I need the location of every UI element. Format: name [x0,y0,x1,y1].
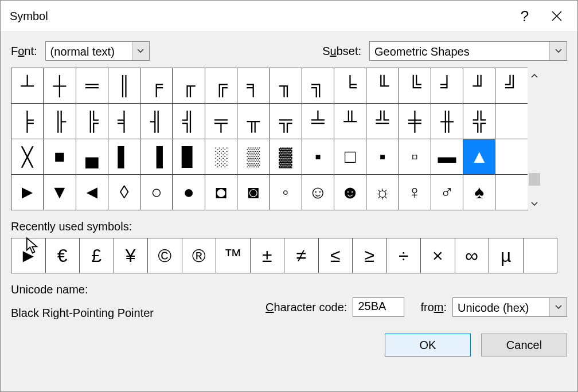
chevron-down-icon [549,298,567,316]
symbol-cell[interactable]: ┼ [43,68,76,104]
symbol-cell[interactable]: ♀ [399,174,431,210]
symbol-cell[interactable]: ◙ [237,174,270,210]
symbol-cell[interactable]: ╩ [366,103,399,139]
symbol-cell[interactable]: ◘ [205,174,237,210]
symbol-cell[interactable]: ╜ [463,68,495,104]
symbol-cell[interactable]: ╛ [431,68,463,104]
recent-cell[interactable]: ≤ [318,238,353,273]
symbol-cell[interactable]: ╞ [11,103,44,139]
recent-cell[interactable] [523,238,558,273]
symbol-cell[interactable]: ♠ [463,174,495,210]
recent-cell[interactable]: ™ [216,238,251,273]
symbol-cell[interactable]: ▪ [302,139,334,175]
chevron-down-icon [549,42,567,60]
chevron-down-icon [132,42,149,60]
symbol-cell[interactable]: ▐ [140,139,173,175]
symbol-cell[interactable]: ▲ [463,139,495,175]
symbol-cell[interactable]: ╝ [495,68,528,104]
symbol-cell[interactable]: ▓ [269,139,302,175]
charcode-label: Character code: [265,301,347,314]
symbol-cell[interactable]: ▊ [172,139,205,175]
symbol-cell[interactable]: ░ [205,139,237,175]
symbol-cell[interactable]: ╨ [334,103,366,139]
recent-cell[interactable]: © [147,238,182,273]
subset-dropdown-value: Geometric Shapes [370,42,549,60]
symbol-cell[interactable]: ◄ [76,174,108,210]
scrollbar[interactable] [528,68,541,210]
close-button[interactable] [541,3,573,29]
from-dropdown[interactable]: Unicode (hex) [452,297,567,317]
subset-dropdown[interactable]: Geometric Shapes [369,41,567,61]
symbol-cell[interactable]: ╕ [237,68,270,104]
symbol-cell[interactable]: ◦ [269,174,302,210]
symbol-cell[interactable]: ▬ [431,139,463,175]
symbol-cell[interactable]: ╬ [463,103,495,139]
unicode-name-label: Unicode name: [11,283,154,296]
symbol-cell[interactable]: ═ [76,68,108,104]
symbol-cell[interactable]: ► [11,174,44,210]
symbol-cell[interactable]: ╢ [140,103,173,139]
symbol-cell[interactable]: ☺ [302,174,334,210]
recent-cell[interactable]: × [420,238,455,273]
scroll-down-icon[interactable] [528,198,541,210]
font-dropdown[interactable]: (normal text) [45,41,150,61]
cancel-button[interactable]: Cancel [481,334,567,356]
symbol-cell[interactable]: ╥ [237,103,270,139]
symbol-cell[interactable]: ▄ [76,139,108,175]
symbol-cell[interactable]: ○ [140,174,173,210]
symbol-cell[interactable]: ╪ [399,103,431,139]
symbol-cell[interactable]: ╧ [302,103,334,139]
symbol-cell[interactable]: ☻ [334,174,366,210]
recent-cell[interactable]: ≥ [352,238,387,273]
symbol-cell[interactable]: ╔ [205,68,237,104]
recent-cell[interactable]: £ [79,238,114,273]
symbol-cell[interactable]: ╘ [334,68,366,104]
recent-cell[interactable]: ® [182,238,217,273]
recent-cell[interactable]: ≠ [284,238,319,273]
symbol-cell[interactable]: ╓ [172,68,205,104]
symbol-cell[interactable]: ╒ [140,68,173,104]
symbol-cell[interactable]: ▼ [43,174,76,210]
symbol-cell[interactable]: ▫ [399,139,431,175]
charcode-input[interactable]: 25BA [353,297,404,317]
symbol-cell[interactable]: ■ [43,139,76,175]
symbol-cell[interactable]: ╚ [399,68,431,104]
symbol-cell[interactable] [495,103,528,139]
symbol-cell[interactable]: ● [172,174,205,210]
symbol-cell[interactable]: ▪ [366,139,399,175]
recent-cell[interactable]: ÷ [386,238,421,273]
symbol-cell[interactable]: ╟ [43,103,76,139]
symbol-cell[interactable]: ▌ [108,139,140,175]
recent-cell[interactable]: µ [489,238,524,273]
ok-button[interactable]: OK [385,334,471,356]
symbol-cell[interactable]: ╗ [302,68,334,104]
recent-cell[interactable]: € [45,238,80,273]
recent-cell[interactable]: ± [250,238,285,273]
help-button[interactable]: ? [509,3,541,29]
symbol-cell[interactable] [495,174,528,210]
recent-grid[interactable]: ►€£¥©®™±≠≤≥÷×∞µ [11,238,567,273]
symbol-cell[interactable]: ♂ [431,174,463,210]
symbol-cell[interactable]: ┴ [11,68,44,104]
symbol-cell[interactable]: ╠ [76,103,108,139]
symbol-cell[interactable]: ╙ [366,68,399,104]
symbol-cell[interactable]: □ [334,139,366,175]
symbol-cell[interactable]: ╳ [11,139,44,175]
symbol-cell[interactable]: ╦ [269,103,302,139]
symbol-cell[interactable]: ◊ [108,174,140,210]
symbol-cell[interactable] [495,139,528,175]
symbol-cell[interactable]: ╫ [431,103,463,139]
symbol-cell[interactable]: ║ [108,68,140,104]
scroll-up-icon[interactable] [528,70,541,81]
recent-cell[interactable]: ∞ [455,238,490,273]
symbol-cell[interactable]: ╤ [205,103,237,139]
symbol-cell[interactable]: ╖ [269,68,302,104]
symbol-grid[interactable]: ┴┼═║╒╓╔╕╖╗╘╙╚╛╜╝╞╟╠╡╢╣╤╥╦╧╨╩╪╫╬╳■▄▌▐▊░▒▓… [11,68,528,210]
symbol-cell[interactable]: ▒ [237,139,270,175]
recent-cell[interactable]: ► [11,238,46,273]
symbol-cell[interactable]: ☼ [366,174,399,210]
recent-cell[interactable]: ¥ [114,238,149,273]
scroll-thumb[interactable] [529,173,540,186]
symbol-cell[interactable]: ╣ [172,103,205,139]
symbol-cell[interactable]: ╡ [108,103,140,139]
